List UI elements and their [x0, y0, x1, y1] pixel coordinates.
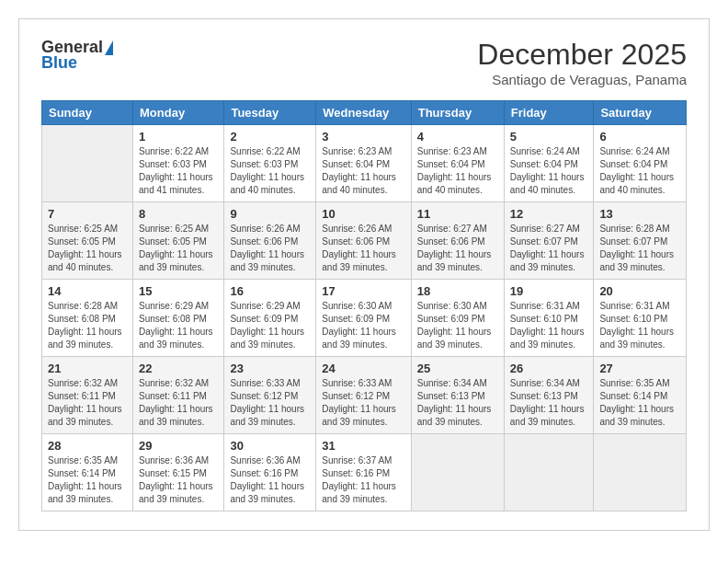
week-row: 14Sunrise: 6:28 AM Sunset: 6:08 PM Dayli…: [42, 280, 687, 357]
day-cell: 23Sunrise: 6:33 AM Sunset: 6:12 PM Dayli…: [224, 357, 316, 434]
day-cell: 21Sunrise: 6:32 AM Sunset: 6:11 PM Dayli…: [42, 357, 133, 434]
day-number: 30: [230, 439, 310, 453]
day-info: Sunrise: 6:23 AM Sunset: 6:04 PM Dayligh…: [417, 145, 498, 197]
day-info: Sunrise: 6:27 AM Sunset: 6:07 PM Dayligh…: [510, 223, 588, 274]
day-info: Sunrise: 6:35 AM Sunset: 6:14 PM Dayligh…: [48, 454, 127, 506]
day-cell: 8Sunrise: 6:25 AM Sunset: 6:05 PM Daylig…: [133, 202, 224, 280]
week-row: 28Sunrise: 6:35 AM Sunset: 6:14 PM Dayli…: [42, 434, 687, 511]
day-number: 31: [322, 439, 404, 453]
day-info: Sunrise: 6:33 AM Sunset: 6:12 PM Dayligh…: [322, 377, 404, 429]
day-cell: 2Sunrise: 6:22 AM Sunset: 6:03 PM Daylig…: [224, 125, 316, 202]
day-cell: 18Sunrise: 6:30 AM Sunset: 6:09 PM Dayli…: [411, 280, 504, 357]
day-number: 9: [230, 207, 310, 221]
day-info: Sunrise: 6:29 AM Sunset: 6:09 PM Dayligh…: [230, 300, 310, 351]
day-number: 2: [230, 130, 310, 144]
day-cell: 9Sunrise: 6:26 AM Sunset: 6:06 PM Daylig…: [224, 202, 316, 280]
day-cell: 17Sunrise: 6:30 AM Sunset: 6:09 PM Dayli…: [316, 280, 411, 357]
day-cell: 11Sunrise: 6:27 AM Sunset: 6:06 PM Dayli…: [411, 202, 504, 280]
day-cell: 16Sunrise: 6:29 AM Sunset: 6:09 PM Dayli…: [224, 280, 316, 357]
day-info: Sunrise: 6:25 AM Sunset: 6:05 PM Dayligh…: [48, 223, 127, 274]
day-number: 25: [417, 362, 498, 375]
day-info: Sunrise: 6:23 AM Sunset: 6:04 PM Dayligh…: [322, 145, 404, 197]
header: General Blue December 2025 Santiago de V…: [41, 38, 687, 87]
day-info: Sunrise: 6:29 AM Sunset: 6:08 PM Dayligh…: [139, 300, 218, 351]
day-info: Sunrise: 6:34 AM Sunset: 6:13 PM Dayligh…: [510, 377, 588, 429]
day-number: 11: [417, 207, 498, 221]
day-info: Sunrise: 6:26 AM Sunset: 6:06 PM Dayligh…: [230, 223, 310, 274]
week-row: 1Sunrise: 6:22 AM Sunset: 6:03 PM Daylig…: [42, 125, 687, 202]
day-cell: 10Sunrise: 6:26 AM Sunset: 6:06 PM Dayli…: [316, 202, 411, 280]
day-cell: 12Sunrise: 6:27 AM Sunset: 6:07 PM Dayli…: [504, 202, 594, 280]
month-title: December 2025: [477, 38, 687, 72]
day-info: Sunrise: 6:34 AM Sunset: 6:13 PM Dayligh…: [417, 377, 498, 429]
day-cell: [42, 125, 133, 202]
day-number: 27: [599, 362, 680, 375]
day-cell: 22Sunrise: 6:32 AM Sunset: 6:11 PM Dayli…: [133, 357, 224, 434]
header-cell-sunday: Sunday: [42, 101, 133, 125]
day-info: Sunrise: 6:22 AM Sunset: 6:03 PM Dayligh…: [139, 145, 218, 197]
header-cell-tuesday: Tuesday: [224, 101, 316, 125]
day-cell: 31Sunrise: 6:37 AM Sunset: 6:16 PM Dayli…: [316, 434, 411, 511]
day-info: Sunrise: 6:37 AM Sunset: 6:16 PM Dayligh…: [322, 454, 404, 506]
day-info: Sunrise: 6:36 AM Sunset: 6:15 PM Dayligh…: [139, 454, 218, 506]
day-info: Sunrise: 6:26 AM Sunset: 6:06 PM Dayligh…: [322, 223, 404, 274]
logo-blue: Blue: [41, 53, 77, 72]
day-info: Sunrise: 6:35 AM Sunset: 6:14 PM Dayligh…: [599, 377, 680, 429]
calendar-table: SundayMondayTuesdayWednesdayThursdayFrid…: [41, 100, 687, 511]
day-cell: 19Sunrise: 6:31 AM Sunset: 6:10 PM Dayli…: [504, 280, 594, 357]
week-row: 21Sunrise: 6:32 AM Sunset: 6:11 PM Dayli…: [42, 357, 687, 434]
day-cell: 28Sunrise: 6:35 AM Sunset: 6:14 PM Dayli…: [42, 434, 133, 511]
day-cell: [411, 434, 504, 511]
day-number: 6: [599, 130, 680, 144]
day-cell: 24Sunrise: 6:33 AM Sunset: 6:12 PM Dayli…: [316, 357, 411, 434]
day-number: 7: [48, 207, 127, 221]
header-row: SundayMondayTuesdayWednesdayThursdayFrid…: [42, 101, 687, 125]
day-info: Sunrise: 6:33 AM Sunset: 6:12 PM Dayligh…: [230, 377, 310, 429]
day-number: 3: [322, 130, 404, 144]
day-number: 28: [48, 439, 127, 453]
subtitle: Santiago de Veraguas, Panama: [477, 72, 687, 87]
day-cell: 4Sunrise: 6:23 AM Sunset: 6:04 PM Daylig…: [411, 125, 504, 202]
header-cell-friday: Friday: [504, 101, 594, 125]
day-cell: 1Sunrise: 6:22 AM Sunset: 6:03 PM Daylig…: [133, 125, 224, 202]
day-number: 15: [139, 284, 218, 298]
day-number: 24: [322, 362, 404, 375]
day-cell: 25Sunrise: 6:34 AM Sunset: 6:13 PM Dayli…: [411, 357, 504, 434]
logo: General Blue: [41, 38, 113, 73]
day-number: 5: [510, 130, 588, 144]
day-cell: [594, 434, 687, 511]
day-info: Sunrise: 6:25 AM Sunset: 6:05 PM Dayligh…: [139, 223, 218, 274]
day-cell: 13Sunrise: 6:28 AM Sunset: 6:07 PM Dayli…: [594, 202, 687, 280]
day-number: 20: [599, 284, 680, 298]
day-number: 13: [599, 207, 680, 221]
day-cell: 30Sunrise: 6:36 AM Sunset: 6:16 PM Dayli…: [224, 434, 316, 511]
day-number: 10: [322, 207, 404, 221]
day-number: 1: [139, 130, 218, 144]
day-number: 17: [322, 284, 404, 298]
day-info: Sunrise: 6:30 AM Sunset: 6:09 PM Dayligh…: [417, 300, 498, 351]
day-number: 12: [510, 207, 588, 221]
day-info: Sunrise: 6:31 AM Sunset: 6:10 PM Dayligh…: [510, 300, 588, 351]
day-info: Sunrise: 6:36 AM Sunset: 6:16 PM Dayligh…: [230, 454, 310, 506]
day-cell: 3Sunrise: 6:23 AM Sunset: 6:04 PM Daylig…: [316, 125, 411, 202]
day-info: Sunrise: 6:28 AM Sunset: 6:07 PM Dayligh…: [599, 223, 680, 274]
day-number: 22: [139, 362, 218, 375]
day-info: Sunrise: 6:32 AM Sunset: 6:11 PM Dayligh…: [139, 377, 218, 429]
day-cell: 6Sunrise: 6:24 AM Sunset: 6:04 PM Daylig…: [594, 125, 687, 202]
day-info: Sunrise: 6:28 AM Sunset: 6:08 PM Dayligh…: [48, 300, 127, 351]
header-cell-monday: Monday: [133, 101, 224, 125]
header-cell-saturday: Saturday: [594, 101, 687, 125]
week-row: 7Sunrise: 6:25 AM Sunset: 6:05 PM Daylig…: [42, 202, 687, 280]
day-cell: 7Sunrise: 6:25 AM Sunset: 6:05 PM Daylig…: [42, 202, 133, 280]
day-info: Sunrise: 6:32 AM Sunset: 6:11 PM Dayligh…: [48, 377, 127, 429]
day-number: 16: [230, 284, 310, 298]
header-cell-thursday: Thursday: [411, 101, 504, 125]
header-cell-wednesday: Wednesday: [316, 101, 411, 125]
day-info: Sunrise: 6:22 AM Sunset: 6:03 PM Dayligh…: [230, 145, 310, 197]
day-cell: 27Sunrise: 6:35 AM Sunset: 6:14 PM Dayli…: [594, 357, 687, 434]
day-number: 29: [139, 439, 218, 453]
day-info: Sunrise: 6:24 AM Sunset: 6:04 PM Dayligh…: [599, 145, 680, 197]
day-info: Sunrise: 6:31 AM Sunset: 6:10 PM Dayligh…: [599, 300, 680, 351]
day-cell: 14Sunrise: 6:28 AM Sunset: 6:08 PM Dayli…: [42, 280, 133, 357]
day-info: Sunrise: 6:30 AM Sunset: 6:09 PM Dayligh…: [322, 300, 404, 351]
